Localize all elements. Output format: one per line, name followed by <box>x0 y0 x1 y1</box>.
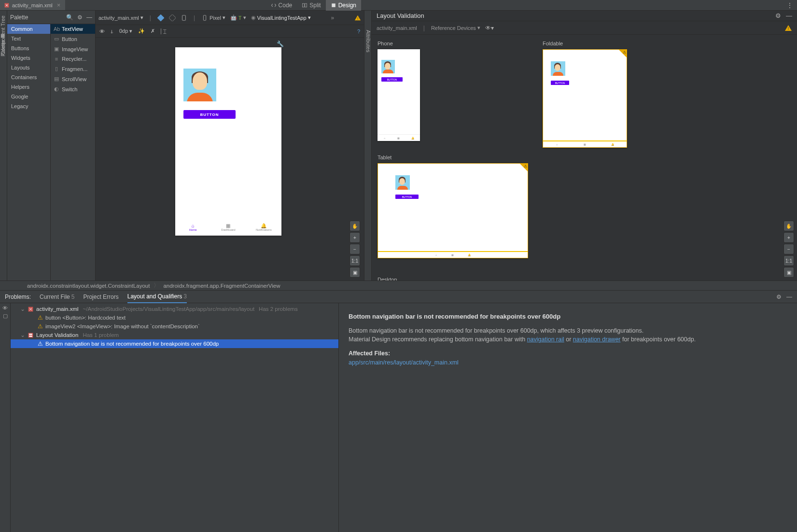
palette-item-imageview[interactable]: ▣ImageView <box>51 44 95 54</box>
design-surface-icon[interactable] <box>157 14 164 21</box>
nav-home[interactable]: ⌂Home <box>175 218 210 236</box>
pan-button[interactable]: ✋ <box>783 221 794 231</box>
wand-icon[interactable]: ✨ <box>138 28 145 34</box>
zoom-in-button[interactable]: + <box>783 232 794 243</box>
home-icon: ⌂ <box>543 141 571 147</box>
palette-item-fragment[interactable]: ▯Fragmen... <box>51 64 95 74</box>
problems-tabs: Problems: Current File5 Project Errors L… <box>0 291 797 303</box>
search-icon[interactable]: 🔍 <box>66 14 73 21</box>
zoom-one-button[interactable]: 1:1 <box>783 255 794 266</box>
palette-cat-legacy[interactable]: Legacy <box>7 101 50 111</box>
gear-icon[interactable]: ⚙ <box>775 12 781 19</box>
link-navigation-rail[interactable]: navigation rail <box>527 336 564 343</box>
zoom-in-button[interactable]: + <box>350 232 360 243</box>
palette-cat-buttons[interactable]: Buttons <box>7 43 50 53</box>
hide-icon[interactable]: — <box>86 14 92 21</box>
file-selector[interactable]: activity_main.xml▾ <box>98 14 143 21</box>
phone-validation-preview[interactable]: BUTTON ⌂▦🔔 <box>378 49 420 141</box>
gear-icon[interactable]: ⚙ <box>77 14 83 21</box>
palette-cat-google[interactable]: Google <box>7 92 50 101</box>
blueprint-icon[interactable] <box>169 14 176 21</box>
tab-project-errors[interactable]: Project Errors <box>83 291 118 303</box>
affected-file-link[interactable]: app/src/main/res/layout/activity_main.xm… <box>349 358 787 367</box>
palette-cat-helpers[interactable]: Helpers <box>7 82 50 92</box>
collapse-icon[interactable]: ▢ <box>3 313 8 319</box>
zoom-fit-button[interactable]: ▣ <box>783 267 794 278</box>
preview-button[interactable]: BUTTON <box>183 110 236 119</box>
component-tree-sidebar-label[interactable]: Component Tree <box>0 15 6 55</box>
problem-content-description[interactable]: ⚠imageView2 <ImageView>: Image without `… <box>11 322 338 331</box>
palette-item-scrollview[interactable]: ▤ScrollView <box>51 74 95 84</box>
bottom-nav[interactable]: ⌂Home ▦Dashboard 🔔Notifications <box>175 218 281 236</box>
phone-preview[interactable]: BUTTON ⌂Home ▦Dashboard 🔔Notifications <box>175 47 281 236</box>
close-icon[interactable]: × <box>57 1 61 9</box>
nav-dashboard[interactable]: ▦Dashboard <box>210 218 246 236</box>
palette-cat-widgets[interactable]: Widgets <box>7 53 50 63</box>
eye-icon[interactable]: 👁 <box>2 305 8 311</box>
hide-icon[interactable]: — <box>786 294 792 300</box>
warning-icon[interactable]: ! <box>354 14 361 21</box>
nav-notifications[interactable]: 🔔Notifications <box>246 218 281 236</box>
breadcrumb-constraintlayout[interactable]: androidx.constraintlayout.widget.Constra… <box>27 283 150 289</box>
view-mode-split[interactable]: Split <box>297 0 325 11</box>
problems-gutter: 👁 ▢ <box>0 303 11 532</box>
palette-item-textview[interactable]: AbTextView <box>51 24 95 34</box>
reference-devices-dropdown[interactable]: Reference Devices▾ <box>431 25 480 31</box>
guideline-icon[interactable]: ⌶ <box>161 28 167 34</box>
warning-icon[interactable]: ! <box>784 24 792 32</box>
palette-item-recyclerview[interactable]: ≡Recycler... <box>51 54 95 64</box>
clear-icon[interactable]: ✗ <box>151 28 155 34</box>
problems-file-layout-validation[interactable]: ⌄ Layout Validation Has 1 problem <box>11 331 338 339</box>
hide-icon[interactable]: — <box>786 12 792 19</box>
zoom-fit-button[interactable]: ▣ <box>350 267 360 278</box>
tablet-validation-preview[interactable]: BUTTON ⌂▦🔔 <box>378 163 528 258</box>
validation-canvas[interactable]: Phone BUTTON ⌂▦🔔 Tablet BUTTON ⌂▦🔔 <box>372 35 797 280</box>
problem-bottom-nav-breakpoint[interactable]: ⚠Bottom navigation bar is not recommende… <box>11 339 338 348</box>
chevron-down-icon[interactable]: ⌄ <box>20 332 25 338</box>
dp-selector[interactable]: 0dp ▾ <box>119 28 132 34</box>
wrench-icon[interactable]: 🔧 <box>277 41 284 47</box>
pan-button[interactable]: ✋ <box>350 221 360 231</box>
problems-file-activity-main[interactable]: ⌄ activity_main.xml ~/AndroidStudioProje… <box>11 305 338 313</box>
avatar-image[interactable] <box>183 69 216 101</box>
palette-title: Palette <box>10 14 28 21</box>
overflow-icon[interactable]: » <box>331 14 334 21</box>
link-navigation-drawer[interactable]: navigation drawer <box>573 336 621 343</box>
file-tab-activity-main[interactable]: activity_main.xml × <box>0 0 65 10</box>
help-icon[interactable]: ? <box>357 28 360 34</box>
palette-cat-text[interactable]: Text <box>7 34 50 43</box>
eye-icon[interactable]: 👁▾ <box>485 25 494 31</box>
attributes-sidebar-label[interactable]: Attributes <box>365 30 371 52</box>
eye-icon[interactable]: 👁 <box>99 28 105 34</box>
zoom-out-button[interactable]: − <box>783 244 794 254</box>
mini-button: BUTTON <box>551 81 569 85</box>
code-icon <box>271 2 277 8</box>
view-mode-code[interactable]: Code <box>266 0 297 11</box>
device-selector[interactable]: Pixel▾ <box>201 14 225 21</box>
view-mode-design[interactable]: Design <box>326 0 361 11</box>
problem-hardcoded-text[interactable]: ⚠button <Button>: Hardcoded text <box>11 313 338 322</box>
palette-cat-layouts[interactable]: Layouts <box>7 63 50 72</box>
svg-rect-3 <box>332 3 336 7</box>
palette-item-switch[interactable]: ◐Switch <box>51 84 95 94</box>
zoom-one-button[interactable]: 1:1 <box>350 255 360 266</box>
warning-badge-icon <box>520 164 528 171</box>
palette-cat-containers[interactable]: Containers <box>7 72 50 82</box>
design-canvas[interactable]: 🔧 BUTTON ⌂Home ▦Dashboard 🔔Notifications <box>96 38 364 280</box>
magnet-icon[interactable]: ⫰ <box>111 28 113 34</box>
palette-item-button[interactable]: ▭Button <box>51 34 95 44</box>
tab-layout-qualifiers[interactable]: Layout and Qualifiers3 <box>127 291 187 303</box>
zoom-out-button[interactable]: − <box>350 244 360 254</box>
theme-selector[interactable]: 🤖T▾ <box>230 14 246 21</box>
chevron-down-icon[interactable]: ⌄ <box>20 306 25 312</box>
more-menu-icon[interactable]: ⋮ <box>783 1 797 9</box>
orientation-icon[interactable] <box>181 14 187 21</box>
mini-button: BUTTON <box>395 195 419 199</box>
palette-cat-common[interactable]: Common <box>7 24 50 34</box>
tab-current-file[interactable]: Current File5 <box>40 291 74 303</box>
mini-button: BUTTON <box>381 77 403 82</box>
gear-icon[interactable]: ⚙ <box>776 294 782 300</box>
breadcrumb-fragmentcontainer[interactable]: androidx.fragment.app.FragmentContainerV… <box>163 283 280 289</box>
app-selector[interactable]: ◉VisualLintingTestApp▾ <box>251 14 311 21</box>
foldable-validation-preview[interactable]: BUTTON ⌂▦🔔 <box>543 49 627 148</box>
